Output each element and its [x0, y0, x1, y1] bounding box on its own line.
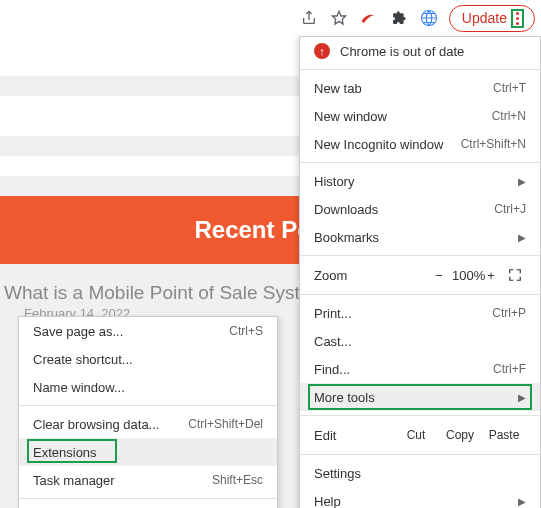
share-icon[interactable] [299, 8, 319, 28]
zoom-value: 100% [452, 268, 478, 283]
star-icon[interactable] [329, 8, 349, 28]
out-of-date-label: Chrome is out of date [340, 44, 464, 59]
up-arrow-icon: ↑ [314, 43, 330, 59]
menu-find[interactable]: Find...Ctrl+F [300, 355, 540, 383]
chevron-right-icon: ▶ [518, 232, 526, 243]
menu-edit-row: Edit Cut Copy Paste [300, 420, 540, 450]
menu-more-tools[interactable]: More tools▶ [300, 383, 540, 411]
menu-print[interactable]: Print...Ctrl+P [300, 299, 540, 327]
chevron-right-icon: ▶ [518, 176, 526, 187]
update-label: Update [462, 10, 507, 26]
menu-new-incognito[interactable]: New Incognito windowCtrl+Shift+N [300, 130, 540, 158]
menu-zoom: Zoom − 100% + [300, 260, 540, 290]
menu-dots-highlight [511, 9, 524, 28]
zoom-out-button[interactable]: − [426, 268, 452, 283]
chevron-right-icon: ▶ [518, 392, 526, 403]
cut-button[interactable]: Cut [394, 428, 438, 442]
menu-new-tab[interactable]: New tabCtrl+T [300, 74, 540, 102]
paste-button[interactable]: Paste [482, 428, 526, 442]
svg-marker-0 [332, 11, 345, 24]
menu-settings[interactable]: Settings [300, 459, 540, 487]
globe-icon[interactable] [419, 8, 439, 28]
kebab-menu-icon[interactable] [516, 12, 519, 25]
copy-button[interactable]: Copy [438, 428, 482, 442]
submenu-clear-data[interactable]: Clear browsing data...Ctrl+Shift+Del [19, 410, 277, 438]
submenu-create-shortcut[interactable]: Create shortcut... [19, 345, 277, 373]
menu-help[interactable]: Help▶ [300, 487, 540, 508]
extension-swoosh-icon[interactable] [359, 8, 379, 28]
menu-out-of-date[interactable]: ↑ Chrome is out of date [300, 37, 540, 65]
more-tools-submenu: Save page as...Ctrl+S Create shortcut...… [18, 316, 278, 508]
submenu-save-page[interactable]: Save page as...Ctrl+S [19, 317, 277, 345]
submenu-dev-tools[interactable]: Developer toolsCtrl+Shift+I [19, 503, 277, 508]
menu-bookmarks[interactable]: Bookmarks▶ [300, 223, 540, 251]
submenu-task-manager[interactable]: Task managerShift+Esc [19, 466, 277, 494]
submenu-extensions[interactable]: Extensions [19, 438, 277, 466]
submenu-name-window[interactable]: Name window... [19, 373, 277, 401]
menu-history[interactable]: History▶ [300, 167, 540, 195]
chevron-right-icon: ▶ [518, 496, 526, 507]
menu-cast[interactable]: Cast... [300, 327, 540, 355]
puzzle-icon[interactable] [389, 8, 409, 28]
browser-toolbar: Update [293, 0, 541, 36]
fullscreen-icon[interactable] [504, 268, 526, 282]
menu-new-window[interactable]: New windowCtrl+N [300, 102, 540, 130]
zoom-in-button[interactable]: + [478, 268, 504, 283]
menu-downloads[interactable]: DownloadsCtrl+J [300, 195, 540, 223]
update-button[interactable]: Update [449, 5, 535, 32]
main-menu: ↑ Chrome is out of date New tabCtrl+T Ne… [299, 36, 541, 508]
